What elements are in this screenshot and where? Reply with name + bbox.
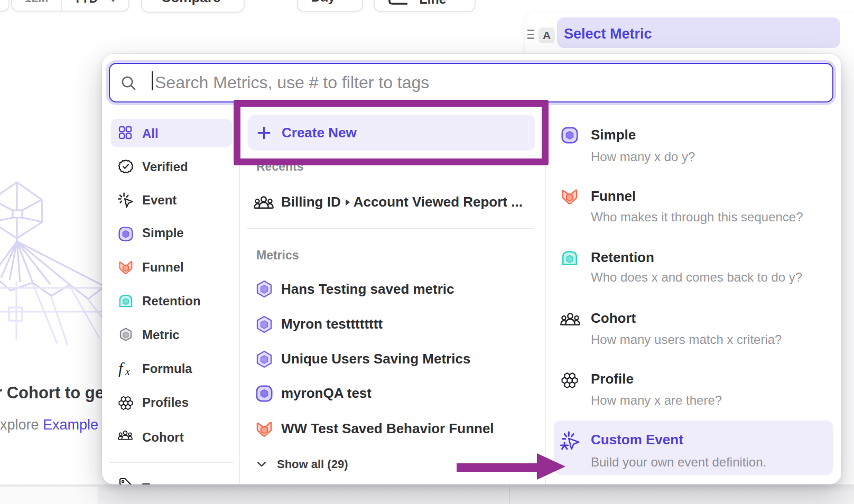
svg-text:f: f (118, 361, 125, 377)
svg-text:x: x (125, 366, 130, 377)
